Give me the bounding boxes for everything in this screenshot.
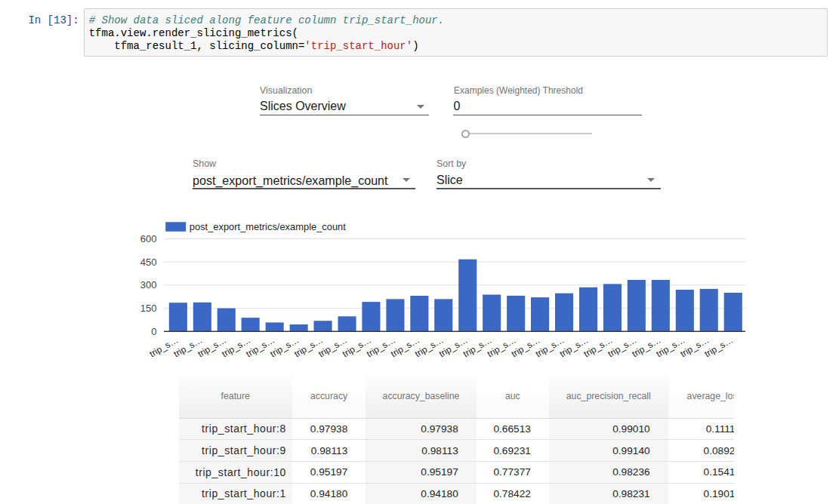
svg-text:150: 150 [140, 303, 157, 314]
svg-text:300: 300 [140, 279, 157, 290]
svg-text:450: 450 [140, 257, 157, 268]
svg-text:600: 600 [140, 233, 157, 244]
svg-text:post_export_metrics/example_co: post_export_metrics/example_count [190, 221, 346, 232]
svg-text:0: 0 [151, 326, 156, 337]
